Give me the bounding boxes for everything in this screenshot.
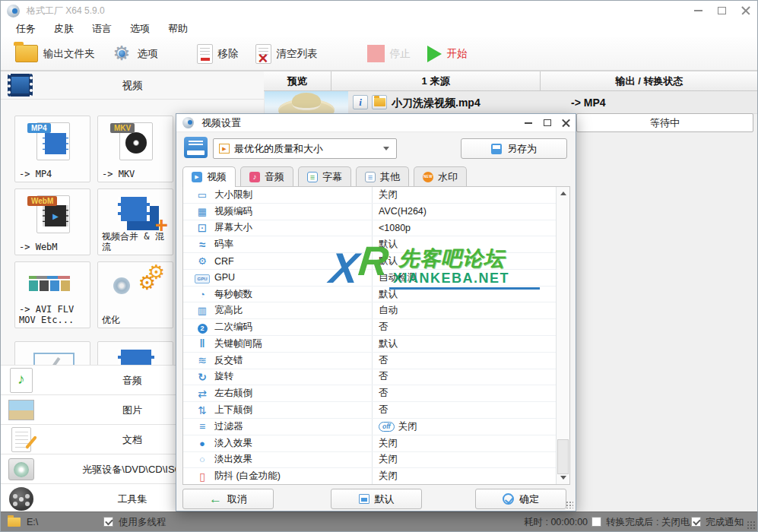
- setting-icon: [194, 388, 211, 400]
- sidebar-header-video[interactable]: 视频: [1, 71, 264, 100]
- notify-checkbox[interactable]: [691, 517, 701, 527]
- resize-grip[interactable]: [747, 521, 756, 530]
- toolbar-button[interactable]: 移除: [189, 39, 247, 69]
- menu-item[interactable]: 语言: [83, 21, 121, 37]
- column-header[interactable]: 输出 / 转换状态: [541, 71, 758, 91]
- toolbar-button[interactable]: 停止: [359, 39, 419, 69]
- setting-row[interactable]: 二次编码 否: [183, 319, 569, 336]
- setting-row[interactable]: 大小限制 关闭: [183, 187, 569, 204]
- ok-label: 确定: [519, 492, 539, 506]
- dialog-close-button[interactable]: [557, 115, 576, 131]
- toolbar-button[interactable]: 开始: [419, 39, 476, 69]
- setting-value-text: <1080p: [379, 223, 411, 233]
- scroll-up-button[interactable]: [557, 187, 569, 200]
- dialog-resize-grip[interactable]: [566, 501, 573, 508]
- tab-label: 音频: [265, 170, 284, 184]
- setting-label: 宽高比: [211, 304, 372, 317]
- scroll-down-button[interactable]: [557, 471, 569, 484]
- settings-tab[interactable]: 视频: [182, 166, 236, 187]
- setting-row[interactable]: 关键帧间隔 默认: [183, 336, 569, 353]
- setting-row[interactable]: GPU 自动检测: [183, 270, 569, 287]
- minimize-button[interactable]: [687, 1, 710, 21]
- setting-icon: [194, 454, 211, 465]
- setting-row[interactable]: 反交错 否: [183, 353, 569, 369]
- format-card-icon: [98, 194, 173, 233]
- column-header[interactable]: 预览: [264, 71, 331, 91]
- maximize-button[interactable]: [710, 1, 734, 21]
- settings-tab[interactable]: 字幕: [298, 166, 351, 186]
- setting-row[interactable]: 每秒帧数 默认: [183, 287, 569, 303]
- multithread-checkbox[interactable]: [103, 517, 113, 527]
- setting-row[interactable]: 淡出效果 关闭: [183, 452, 569, 469]
- cancel-button[interactable]: ← 取消: [182, 489, 274, 509]
- video-settings-list: 大小限制 关闭 视频编码 AVC(H264): [182, 186, 570, 485]
- ok-button[interactable]: 确定: [475, 489, 566, 509]
- setting-value-text: 关闭: [379, 453, 398, 466]
- menu-item[interactable]: 任务: [7, 21, 45, 37]
- setting-label: 关键帧间隔: [211, 337, 372, 350]
- close-button[interactable]: [734, 1, 757, 21]
- format-card[interactable]: MKV -> MKV: [97, 116, 173, 182]
- setting-row[interactable]: 码率 默认: [183, 236, 569, 253]
- toolbar-button[interactable]: 输出文件夹: [7, 39, 103, 69]
- settings-tab[interactable]: 音频: [240, 166, 293, 186]
- format-card[interactable]: 优化: [97, 261, 173, 328]
- toolbar-label: 选项: [138, 47, 158, 61]
- info-button[interactable]: i: [353, 95, 368, 109]
- toolbar-button[interactable]: 选项: [103, 39, 167, 69]
- setting-value: 关闭: [372, 452, 555, 468]
- setting-row[interactable]: 视频编码 AVC(H264): [183, 204, 569, 220]
- setting-icon: [194, 221, 211, 235]
- setting-value: 否: [372, 353, 555, 369]
- shutdown-checkbox[interactable]: [591, 517, 601, 527]
- setting-value: 否: [372, 319, 555, 335]
- save-as-button[interactable]: 另存为: [461, 138, 567, 159]
- format-card-label: -> MKV: [102, 169, 171, 179]
- dialog-maximize-button[interactable]: [538, 115, 557, 131]
- format-badge: WebM: [27, 196, 57, 206]
- queue-row[interactable]: i 小刀洗澡视频.mp4 -> MP4: [264, 91, 758, 114]
- setting-row[interactable]: 宽高比 自动: [183, 302, 569, 319]
- menu-item[interactable]: 帮助: [159, 21, 197, 37]
- list-scrollbar[interactable]: [556, 187, 569, 484]
- close-icon: [562, 119, 570, 127]
- setting-row[interactable]: 过滤器 off 关闭: [183, 419, 569, 435]
- toolbar-button[interactable]: [326, 39, 348, 69]
- setting-icon: [194, 206, 211, 217]
- settings-tab[interactable]: 水印: [414, 166, 467, 186]
- setting-row[interactable]: 旋转 否: [183, 369, 569, 386]
- toolbar-button[interactable]: 清空列表: [247, 39, 326, 69]
- format-card[interactable]: -> AVI FLV MOV Etc...: [14, 261, 90, 328]
- dialog-minimize-button[interactable]: [519, 115, 538, 131]
- setting-value-text: 自动检测: [379, 271, 417, 284]
- setting-row[interactable]: 左右颠倒 否: [183, 385, 569, 402]
- menu-item[interactable]: 选项: [121, 21, 159, 37]
- setting-row[interactable]: 淡入效果 关闭: [183, 435, 569, 452]
- format-card[interactable]: WebM -> WebM: [14, 188, 90, 255]
- format-card[interactable]: MP4 -> MP4: [14, 116, 90, 182]
- setting-value-text: 默认: [379, 238, 398, 251]
- column-header[interactable]: 1 来源: [331, 71, 541, 91]
- default-button[interactable]: 默认: [331, 489, 422, 509]
- format-card-icon: [98, 121, 173, 160]
- setting-value: 否: [372, 385, 555, 401]
- setting-label: 淡出效果: [211, 453, 372, 466]
- output-path[interactable]: E:\: [27, 512, 38, 532]
- setting-row[interactable]: 上下颠倒 否: [183, 402, 569, 419]
- profile-select[interactable]: 最优化的质量和大小: [213, 138, 397, 159]
- scroll-thumb[interactable]: [557, 439, 569, 474]
- preview-thumbnail[interactable]: [265, 91, 348, 113]
- menu-item[interactable]: 皮肤: [45, 21, 83, 37]
- setting-row[interactable]: 屏幕大小 <1080p: [183, 220, 569, 237]
- format-card[interactable]: 视频合并 & 混流: [97, 188, 173, 255]
- settings-tab[interactable]: 其他: [356, 166, 409, 186]
- setting-row[interactable]: 防抖 (白金功能) 关闭: [183, 468, 569, 484]
- dialog-titlebar: 视频设置: [176, 114, 576, 132]
- maximize-icon: [718, 7, 726, 14]
- setting-icon: [194, 354, 211, 366]
- profile-drawer-icon[interactable]: [184, 137, 208, 158]
- open-folder-button[interactable]: [372, 95, 387, 109]
- target-format: -> MP4: [571, 91, 606, 114]
- toolbar-button[interactable]: [167, 39, 189, 69]
- setting-row[interactable]: CRF 默认: [183, 253, 569, 270]
